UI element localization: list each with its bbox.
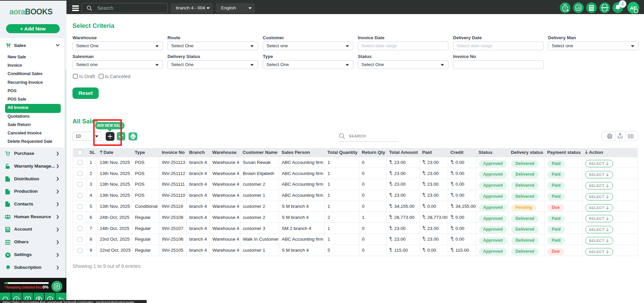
svg-text:4: 4 bbox=[621, 1, 624, 7]
